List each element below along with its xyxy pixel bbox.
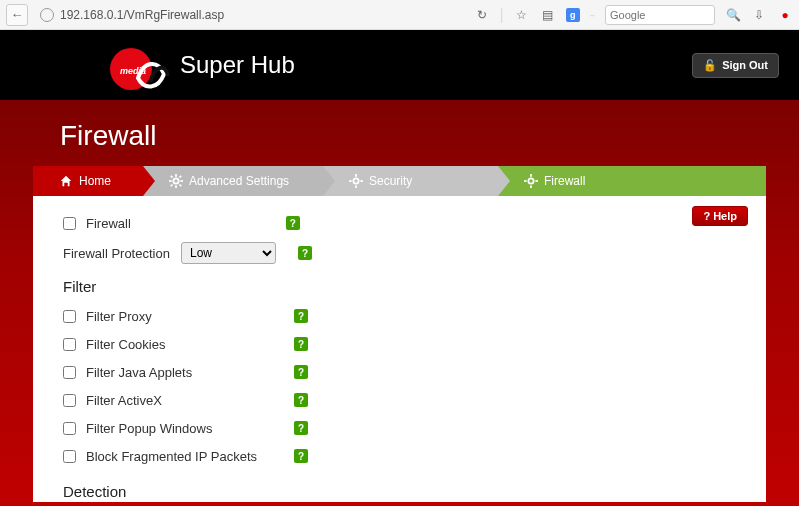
help-icon[interactable]: ? xyxy=(294,365,308,379)
globe-icon xyxy=(40,8,54,22)
svg-line-7 xyxy=(171,185,173,187)
crumb-security[interactable]: Security xyxy=(323,166,498,196)
crumb-security-label: Security xyxy=(369,174,412,188)
app-header: media Super Hub 🔓 Sign Out xyxy=(0,30,799,100)
gear-icon xyxy=(169,174,183,188)
search-go-icon[interactable]: 🔍 xyxy=(725,7,741,23)
filter-row: Filter ActiveX? xyxy=(63,387,746,413)
svg-line-8 xyxy=(180,176,182,178)
addon-icon[interactable]: ● xyxy=(777,7,793,23)
help-icon[interactable]: ? xyxy=(298,246,312,260)
filter-row: Filter Proxy? xyxy=(63,303,746,329)
gear-icon xyxy=(524,174,538,188)
crumb-home[interactable]: Home xyxy=(33,166,143,196)
browser-search-input[interactable] xyxy=(605,5,715,25)
content-panel: ? Help Firewall ? Firewall Protection Lo… xyxy=(33,196,766,502)
firewall-checkbox[interactable] xyxy=(63,217,76,230)
svg-point-0 xyxy=(173,178,178,183)
firewall-toggle-row: Firewall ? xyxy=(63,210,746,236)
filter-label: Filter Cookies xyxy=(86,337,284,352)
help-icon[interactable]: ? xyxy=(294,337,308,351)
page-title: Firewall xyxy=(60,120,769,152)
svg-point-14 xyxy=(528,178,533,183)
help-button[interactable]: ? Help xyxy=(692,206,748,226)
crumb-home-label: Home xyxy=(79,174,111,188)
filter-row: Filter Popup Windows? xyxy=(63,415,746,441)
reload-icon[interactable]: ↻ xyxy=(474,7,490,23)
filter-checkbox[interactable] xyxy=(63,338,76,351)
svg-point-9 xyxy=(353,178,358,183)
filter-checkbox[interactable] xyxy=(63,366,76,379)
back-button[interactable]: ← xyxy=(6,4,28,26)
filter-heading: Filter xyxy=(63,278,746,295)
help-icon[interactable]: ? xyxy=(286,216,300,230)
url-text: 192.168.0.1/VmRgFirewall.asp xyxy=(60,8,224,22)
filter-row: Filter Java Applets? xyxy=(63,359,746,385)
breadcrumb: Home Advanced Settings Security Firewall xyxy=(33,166,766,196)
filter-checkbox[interactable] xyxy=(63,450,76,463)
gear-icon xyxy=(349,174,363,188)
help-icon[interactable]: ? xyxy=(294,421,308,435)
firewall-protection-row: Firewall Protection Low ? xyxy=(63,242,746,264)
google-icon: g xyxy=(566,8,580,22)
filter-row: Filter Cookies? xyxy=(63,331,746,357)
filter-checkbox[interactable] xyxy=(63,394,76,407)
protection-select[interactable]: Low xyxy=(181,242,276,264)
virgin-logo: media xyxy=(110,44,162,96)
filter-label: Block Fragmented IP Packets xyxy=(86,449,284,464)
crumb-advanced[interactable]: Advanced Settings xyxy=(143,166,323,196)
detection-heading: Detection xyxy=(63,483,746,500)
firewall-label: Firewall xyxy=(86,216,131,231)
logo-text: media xyxy=(120,66,146,76)
browser-toolbar: ← 192.168.0.1/VmRgFirewall.asp ↻ | ☆ ▤ g… xyxy=(0,0,799,30)
filter-checkbox[interactable] xyxy=(63,310,76,323)
url-bar[interactable]: 192.168.0.1/VmRgFirewall.asp xyxy=(34,8,468,22)
sign-out-button[interactable]: 🔓 Sign Out xyxy=(692,53,779,78)
filter-label: Filter Popup Windows xyxy=(86,421,284,436)
filter-checkbox[interactable] xyxy=(63,422,76,435)
crumb-advanced-label: Advanced Settings xyxy=(189,174,289,188)
help-icon[interactable]: ? xyxy=(294,393,308,407)
filter-row: Block Fragmented IP Packets? xyxy=(63,443,746,469)
crumb-firewall[interactable]: Firewall xyxy=(498,166,766,196)
star-icon[interactable]: ☆ xyxy=(514,7,530,23)
lock-icon: 🔓 xyxy=(703,59,717,72)
brand-title: Super Hub xyxy=(180,51,295,79)
home-icon xyxy=(59,174,73,188)
filter-label: Filter Proxy xyxy=(86,309,284,324)
help-icon[interactable]: ? xyxy=(294,449,308,463)
filter-label: Filter ActiveX xyxy=(86,393,284,408)
download-icon[interactable]: ⇩ xyxy=(751,7,767,23)
svg-line-5 xyxy=(171,176,173,178)
svg-line-6 xyxy=(180,185,182,187)
filter-label: Filter Java Applets xyxy=(86,365,284,380)
help-icon[interactable]: ? xyxy=(294,309,308,323)
crumb-firewall-label: Firewall xyxy=(544,174,585,188)
protection-label: Firewall Protection xyxy=(63,246,181,261)
sign-out-label: Sign Out xyxy=(722,59,768,71)
bookmark-icon[interactable]: ▤ xyxy=(540,7,556,23)
